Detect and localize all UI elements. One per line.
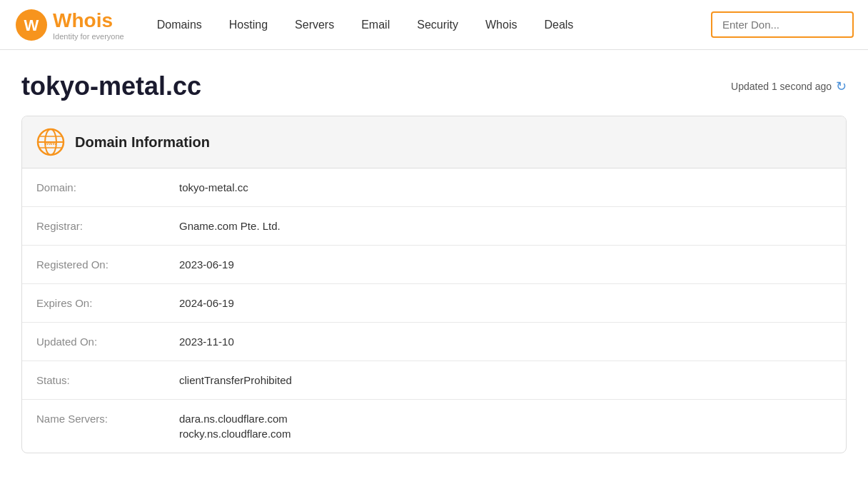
field-label-registrar: Registrar: [36, 220, 179, 232]
logo-tagline: Identity for everyone [53, 32, 124, 41]
header: W Whois Identity for everyone Domains Ho… [0, 0, 868, 50]
logo[interactable]: W Whois Identity for everyone [14, 8, 124, 42]
logo-icon: W [14, 8, 49, 42]
field-value-registered-on: 2023-06-19 [179, 258, 832, 271]
name-server-2: rocky.ns.cloudflare.com [179, 428, 832, 440]
main-content: tokyo-metal.cc Updated 1 second ago ↻ ww… [0, 50, 868, 475]
domain-title: tokyo-metal.cc [21, 71, 201, 101]
field-label-registered-on: Registered On: [36, 258, 179, 271]
domain-info-card: www Domain Information Domain: tokyo-met… [21, 116, 847, 453]
svg-text:www: www [44, 141, 57, 146]
table-row: Updated On: 2023-11-10 [22, 323, 846, 361]
refresh-icon[interactable]: ↻ [836, 79, 847, 94]
svg-text:W: W [24, 16, 39, 34]
field-label-domain: Domain: [36, 181, 179, 193]
table-row: Status: clientTransferProhibited [22, 361, 846, 400]
nav-item-servers[interactable]: Servers [283, 13, 345, 37]
field-label-status: Status: [36, 374, 179, 386]
updated-text: Updated 1 second ago [731, 81, 832, 92]
field-label-name-servers: Name Servers: [36, 413, 179, 425]
main-nav: Domains Hosting Servers Email Security W… [146, 13, 711, 37]
table-row: Registrar: Gname.com Pte. Ltd. [22, 207, 846, 246]
nav-item-hosting[interactable]: Hosting [218, 13, 279, 37]
field-value-name-servers: dara.ns.cloudflare.com rocky.ns.cloudfla… [179, 413, 832, 440]
nav-item-security[interactable]: Security [405, 13, 470, 37]
table-row: Name Servers: dara.ns.cloudflare.com roc… [22, 400, 846, 453]
table-row: Registered On: 2023-06-19 [22, 246, 846, 284]
search-input[interactable] [711, 11, 854, 38]
nav-item-email[interactable]: Email [350, 13, 401, 37]
updated-info: Updated 1 second ago ↻ [731, 79, 847, 94]
table-row: Expires On: 2024-06-19 [22, 284, 846, 323]
field-value-updated-on: 2023-11-10 [179, 336, 832, 348]
nav-item-whois[interactable]: Whois [474, 13, 528, 37]
logo-name: Whois [53, 9, 124, 32]
www-icon: www [36, 128, 65, 156]
info-table: Domain: tokyo-metal.cc Registrar: Gname.… [22, 168, 846, 453]
field-label-expires-on: Expires On: [36, 297, 179, 309]
field-value-status: clientTransferProhibited [179, 374, 832, 386]
card-header: www Domain Information [22, 116, 846, 168]
field-label-updated-on: Updated On: [36, 336, 179, 348]
name-server-1: dara.ns.cloudflare.com [179, 413, 832, 425]
table-row: Domain: tokyo-metal.cc [22, 168, 846, 207]
field-value-registrar: Gname.com Pte. Ltd. [179, 220, 832, 232]
field-value-expires-on: 2024-06-19 [179, 297, 832, 309]
search-container [711, 11, 854, 38]
domain-title-row: tokyo-metal.cc Updated 1 second ago ↻ [21, 71, 847, 101]
card-title: Domain Information [75, 134, 210, 151]
field-value-domain: tokyo-metal.cc [179, 181, 832, 193]
nav-item-deals[interactable]: Deals [533, 13, 585, 37]
nav-item-domains[interactable]: Domains [146, 13, 213, 37]
